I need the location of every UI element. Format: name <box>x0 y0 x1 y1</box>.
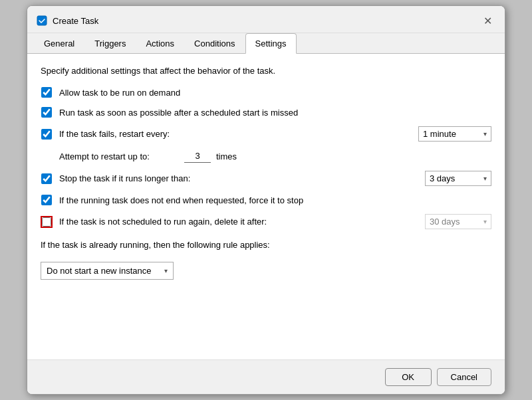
stop-longer-arrow: ▾ <box>483 175 487 182</box>
tab-triggers[interactable]: Triggers <box>84 33 136 54</box>
rule-dropdown[interactable]: Do not start a new instance ▾ <box>41 262 174 280</box>
allow-demand-checkbox[interactable] <box>41 87 52 98</box>
stop-longer-value: 3 days <box>430 173 455 183</box>
delete-after-value: 30 days <box>430 217 460 227</box>
stop-longer-checkbox[interactable] <box>41 173 52 184</box>
restart-if-fails-checkbox[interactable] <box>41 129 52 140</box>
settings-list: Allow task to be run on demand Run task … <box>41 86 491 280</box>
restart-if-fails-checkbox-wrapper <box>41 128 53 140</box>
run-missed-checkbox-wrapper <box>41 106 53 118</box>
task-icon <box>37 15 47 26</box>
delete-after-arrow: ▾ <box>483 218 487 225</box>
delete-after-checkbox[interactable] <box>42 217 51 227</box>
force-stop-checkbox[interactable] <box>41 195 52 205</box>
restart-interval-value: 1 minute <box>423 129 456 139</box>
tab-general[interactable]: General <box>34 33 84 54</box>
tab-actions[interactable]: Actions <box>136 33 184 54</box>
allow-demand-row: Allow task to be run on demand <box>41 86 491 98</box>
tab-bar: General Triggers Actions Conditions Sett… <box>27 33 505 54</box>
close-button[interactable]: ✕ <box>479 13 495 29</box>
rule-label: If the task is already running, then the… <box>41 240 270 250</box>
run-missed-row: Run task as soon as possible after a sch… <box>41 106 491 118</box>
attempt-restart-input[interactable] <box>184 150 211 163</box>
ok-button[interactable]: OK <box>385 368 432 386</box>
stop-longer-dropdown[interactable]: 3 days ▾ <box>425 171 491 186</box>
title-bar-left: Create Task <box>37 15 98 26</box>
svg-rect-0 <box>37 16 47 25</box>
restart-if-fails-label: If the task fails, restart every: <box>59 129 412 139</box>
restart-if-fails-row: If the task fails, restart every: 1 minu… <box>41 126 491 142</box>
tab-conditions[interactable]: Conditions <box>184 33 245 54</box>
rule-dropdown-value: Do not start a new instance <box>47 266 152 276</box>
tab-settings[interactable]: Settings <box>245 33 297 54</box>
allow-demand-label: Allow task to be run on demand <box>59 88 491 98</box>
allow-demand-checkbox-wrapper <box>41 86 53 98</box>
restart-interval-dropdown[interactable]: 1 minute ▾ <box>418 126 491 142</box>
settings-description: Specify additional settings that affect … <box>41 66 491 76</box>
title-bar: Create Task ✕ <box>27 6 505 33</box>
run-missed-checkbox[interactable] <box>41 107 52 118</box>
rule-label-row: If the task is already running, then the… <box>41 237 491 254</box>
delete-after-row: If the task is not scheduled to run agai… <box>41 214 491 229</box>
stop-longer-checkbox-wrapper <box>41 173 53 185</box>
restart-interval-arrow: ▾ <box>483 130 487 138</box>
stop-longer-label: Stop the task if it runs longer than: <box>59 173 418 183</box>
delete-after-dropdown[interactable]: 30 days ▾ <box>425 214 491 229</box>
dialog-footer: OK Cancel <box>27 359 505 394</box>
force-stop-label: If the running task does not end when re… <box>59 195 491 205</box>
attempt-restart-suffix: times <box>216 151 237 161</box>
attempt-restart-label: Attempt to restart up to: <box>59 151 179 161</box>
rule-dropdown-row: Do not start a new instance ▾ <box>41 262 491 280</box>
delete-after-checkbox-border <box>41 216 53 228</box>
dialog-title: Create Task <box>53 16 98 26</box>
attempt-restart-row: Attempt to restart up to: times <box>59 150 491 163</box>
settings-content: Specify additional settings that affect … <box>27 54 505 359</box>
stop-longer-row: Stop the task if it runs longer than: 3 … <box>41 171 491 186</box>
delete-after-label: If the task is not scheduled to run agai… <box>59 217 418 227</box>
rule-dropdown-arrow: ▾ <box>164 267 168 274</box>
run-missed-label: Run task as soon as possible after a sch… <box>59 108 491 118</box>
force-stop-row: If the running task does not end when re… <box>41 194 491 206</box>
create-task-dialog: Create Task ✕ General Triggers Actions C… <box>27 5 505 395</box>
force-stop-checkbox-wrapper <box>41 194 53 206</box>
cancel-button[interactable]: Cancel <box>437 368 491 386</box>
